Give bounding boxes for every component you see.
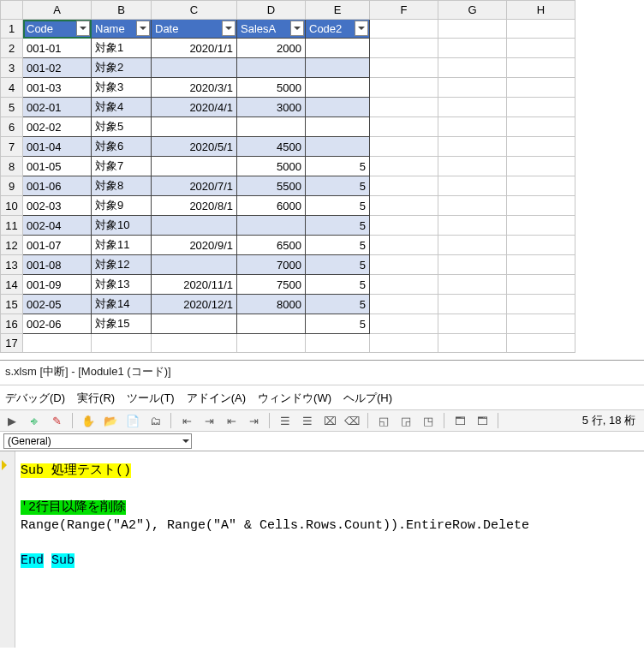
table-header-cell[interactable]: Code [23,20,92,39]
cell[interactable] [438,39,507,58]
outdent-icon[interactable]: ⇥ [245,412,262,429]
menu-run[interactable]: 実行(R) [77,391,115,406]
row-header[interactable]: 9 [1,176,23,196]
code-pane[interactable]: Sub 処理テスト() '2行目以降を削除 Range(Range("A2"),… [0,451,644,648]
cell[interactable]: 001-02 [23,58,92,78]
cell[interactable]: 6500 [237,236,306,255]
toolbar-btn[interactable]: 📂 [102,412,119,429]
cell[interactable] [306,39,370,58]
cell[interactable] [438,295,507,314]
cell[interactable] [370,98,438,117]
cell[interactable] [306,137,370,157]
cell[interactable]: 002-04 [23,216,92,236]
toolbar-btn[interactable]: 📄 [124,412,141,429]
cell[interactable] [370,20,438,39]
cell[interactable] [306,78,370,98]
row-header[interactable]: 7 [1,137,23,157]
cell[interactable] [507,78,575,98]
table-header-cell[interactable]: Name [92,20,152,39]
cell[interactable] [507,39,575,58]
cell[interactable]: 対象6 [92,137,152,157]
cell[interactable] [507,196,575,216]
menu-addins[interactable]: アドイン(A) [187,391,246,406]
filter-dropdown-icon[interactable] [222,21,236,36]
cell[interactable] [237,216,306,236]
cell[interactable] [370,314,438,334]
cell[interactable]: 001-01 [23,39,92,58]
cell[interactable] [306,334,370,353]
cell[interactable] [370,216,438,236]
cell[interactable] [370,176,438,196]
row-header[interactable]: 3 [1,58,23,78]
cell[interactable]: 002-01 [23,98,92,117]
toolbar-btn[interactable]: ⌧ [321,412,338,429]
cell[interactable] [438,314,507,334]
cell[interactable] [507,98,575,117]
cell[interactable]: 5500 [237,176,306,196]
toolbar-btn[interactable]: ◲ [397,412,414,429]
cell[interactable] [23,334,92,353]
cell[interactable]: 対象12 [92,255,152,275]
cell[interactable]: 5 [306,275,370,295]
cell[interactable] [438,334,507,353]
cell[interactable] [507,236,575,255]
code-line[interactable]: '2行目以降を削除 [21,499,637,515]
cell[interactable]: 002-05 [23,295,92,314]
cell[interactable]: 5 [306,216,370,236]
cell[interactable] [507,20,575,39]
cell[interactable] [306,117,370,137]
cell[interactable] [370,157,438,176]
cell[interactable] [370,255,438,275]
cell[interactable]: 2020/9/1 [152,236,237,255]
filter-dropdown-icon[interactable] [76,21,90,36]
toolbar-btn[interactable]: ⎆ [26,412,43,429]
table-header-cell[interactable]: SalesA [237,20,306,39]
cell[interactable]: 2020/3/1 [152,78,237,98]
cell[interactable]: 対象11 [92,236,152,255]
cell[interactable]: 4500 [237,137,306,157]
cell[interactable]: 2020/12/1 [152,295,237,314]
cell[interactable] [507,176,575,196]
cell[interactable]: 001-07 [23,236,92,255]
row-header[interactable]: 1 [1,20,23,39]
cell[interactable]: 対象8 [92,176,152,196]
col-header-D[interactable]: D [237,1,306,20]
cell[interactable] [438,255,507,275]
cell[interactable] [438,157,507,176]
cell[interactable]: 002-02 [23,117,92,137]
cell[interactable] [370,196,438,216]
cell[interactable] [507,216,575,236]
cell[interactable]: 5 [306,236,370,255]
col-header-B[interactable]: B [92,1,152,20]
toolbar-btn[interactable]: ◳ [420,412,437,429]
spreadsheet-grid[interactable]: A B C D E F G H 1CodeNameDateSalesACode2… [0,0,575,353]
row-header[interactable]: 10 [1,196,23,216]
cell[interactable]: 5 [306,314,370,334]
cell[interactable] [370,39,438,58]
cell[interactable]: 2020/1/1 [152,39,237,58]
cell[interactable]: 対象4 [92,98,152,117]
cell[interactable]: 2020/4/1 [152,98,237,117]
row-header[interactable]: 4 [1,78,23,98]
select-all-corner[interactable] [1,1,23,20]
cell[interactable] [438,176,507,196]
col-header-G[interactable]: G [438,1,507,20]
cell[interactable]: 2020/11/1 [152,275,237,295]
cell[interactable] [152,216,237,236]
cell[interactable] [438,236,507,255]
cell[interactable] [507,275,575,295]
code-line[interactable]: End Sub [21,553,637,568]
cell[interactable]: 対象14 [92,295,152,314]
cell[interactable]: 対象9 [92,196,152,216]
cell[interactable]: 5 [306,295,370,314]
toolbar-btn[interactable]: ✎ [48,412,65,429]
cell[interactable] [438,117,507,137]
cell[interactable] [152,255,237,275]
toolbar-btn[interactable]: 🗔 [474,412,491,429]
cell[interactable] [370,137,438,157]
cell[interactable] [306,98,370,117]
toolbar-btn[interactable]: 🗂 [146,412,164,429]
col-header-H[interactable]: H [507,1,575,20]
cell[interactable] [370,78,438,98]
cell[interactable] [438,196,507,216]
